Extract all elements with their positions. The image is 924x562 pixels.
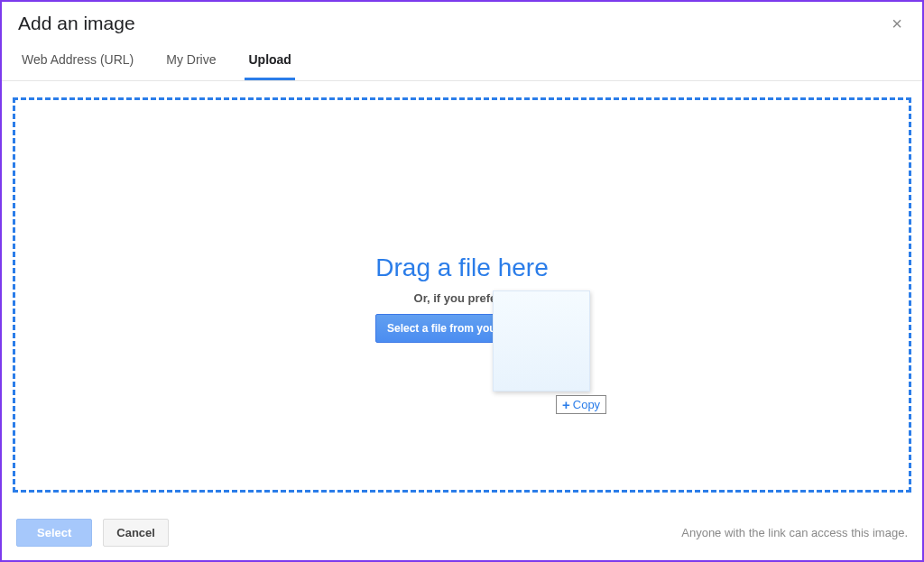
tab-upload[interactable]: Upload	[245, 41, 294, 80]
dropzone-title: Drag a file here	[15, 253, 909, 282]
dropzone-subtitle: Or, if you prefer...	[15, 291, 909, 305]
dialog-header: Add an image ×	[2, 2, 922, 41]
tab-web-address[interactable]: Web Address (URL)	[18, 41, 137, 80]
dropzone-inner: Drag a file here Or, if you prefer... Se…	[15, 253, 909, 343]
cancel-button[interactable]: Cancel	[103, 519, 169, 547]
drag-copy-label: Copy	[573, 398, 600, 411]
drag-copy-badge: + Copy	[556, 395, 606, 414]
plus-icon: +	[562, 397, 570, 412]
file-dropzone[interactable]: Drag a file here Or, if you prefer... Se…	[13, 97, 911, 493]
tab-bar: Web Address (URL) My Drive Upload	[2, 41, 922, 81]
close-icon[interactable]: ×	[888, 14, 906, 34]
footer-note: Anyone with the link can access this ima…	[681, 526, 908, 539]
footer-actions: Select Cancel	[16, 519, 169, 547]
tab-my-drive[interactable]: My Drive	[162, 41, 219, 80]
dragged-file-preview	[493, 290, 590, 392]
select-button[interactable]: Select	[16, 519, 92, 547]
dialog-title: Add an image	[18, 13, 135, 34]
dialog-footer: Select Cancel Anyone with the link can a…	[2, 508, 922, 560]
content-area: Drag a file here Or, if you prefer... Se…	[2, 81, 922, 493]
